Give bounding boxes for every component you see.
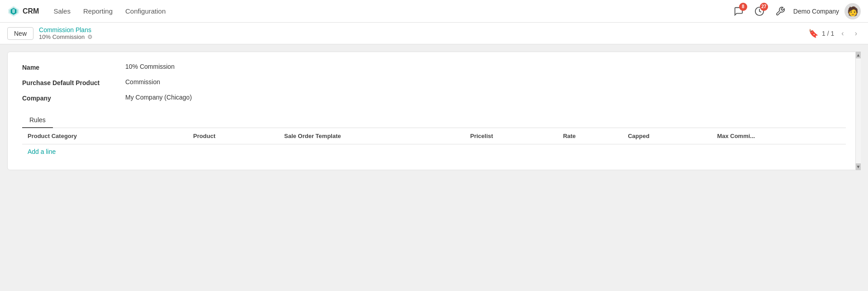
messages-badge: 8 bbox=[739, 3, 747, 11]
activities-badge: 27 bbox=[760, 3, 768, 11]
prev-page-button[interactable]: ‹ bbox=[838, 28, 847, 39]
add-line-link[interactable]: Add a line bbox=[22, 144, 61, 159]
name-label: Name bbox=[22, 63, 122, 71]
main-content: Name 10% Commission Purchase Default Pro… bbox=[0, 44, 868, 177]
breadcrumb: Commission Plans 10% Commission ⚙ bbox=[39, 26, 93, 40]
tab-rules[interactable]: Rules bbox=[22, 113, 53, 128]
company-value[interactable]: My Company (Chicago) bbox=[125, 94, 846, 102]
col-rate: Rate bbox=[558, 128, 623, 144]
nav-menu: Sales Reporting Configuration bbox=[48, 5, 721, 18]
crm-logo-icon bbox=[7, 5, 20, 18]
nav-sales[interactable]: Sales bbox=[48, 5, 76, 18]
name-value[interactable]: 10% Commission bbox=[125, 63, 846, 71]
bookmark-icon[interactable]: 🔖 bbox=[808, 29, 818, 38]
breadcrumb-current: 10% Commission ⚙ bbox=[39, 33, 93, 40]
top-navigation: CRM Sales Reporting Configuration 8 27 D… bbox=[0, 0, 868, 23]
col-pricelist: Pricelist bbox=[465, 128, 557, 144]
new-button[interactable]: New bbox=[7, 27, 33, 40]
scrollbar-track: ▲ ▼ bbox=[855, 52, 861, 170]
scrollbar-down[interactable]: ▼ bbox=[856, 163, 861, 170]
svg-marker-3 bbox=[12, 9, 15, 13]
user-avatar[interactable]: 🧑 bbox=[844, 3, 861, 19]
company-label: Company bbox=[22, 94, 122, 102]
rules-table: Product Category Product Sale Order Temp… bbox=[22, 128, 846, 144]
col-max-commission: Max Commi... bbox=[711, 128, 846, 144]
messages-button[interactable]: 8 bbox=[731, 4, 746, 19]
col-sale-order-template: Sale Order Template bbox=[279, 128, 465, 144]
activities-button[interactable]: 27 bbox=[752, 4, 767, 19]
form-card-wrapper: Name 10% Commission Purchase Default Pro… bbox=[7, 52, 861, 170]
form-fields: Name 10% Commission Purchase Default Pro… bbox=[22, 63, 846, 102]
topnav-right: 8 27 Demo Company 🧑 bbox=[731, 3, 861, 19]
breadcrumb-current-label: 10% Commission bbox=[39, 33, 85, 40]
gear-icon[interactable]: ⚙ bbox=[87, 33, 93, 40]
col-product: Product bbox=[188, 128, 279, 144]
col-capped: Capped bbox=[622, 128, 711, 144]
form-card: Name 10% Commission Purchase Default Pro… bbox=[7, 52, 861, 170]
nav-configuration[interactable]: Configuration bbox=[120, 5, 171, 18]
app-logo[interactable]: CRM bbox=[7, 5, 39, 18]
avatar-emoji: 🧑 bbox=[847, 6, 859, 17]
app-name: CRM bbox=[23, 7, 39, 15]
purchase-label: Purchase Default Product bbox=[22, 78, 122, 86]
wrench-icon bbox=[775, 6, 785, 16]
next-page-button[interactable]: › bbox=[851, 28, 861, 39]
settings-button[interactable] bbox=[773, 4, 788, 19]
actionbar-right: 🔖 1 / 1 ‹ › bbox=[808, 28, 861, 39]
scrollbar-up[interactable]: ▲ bbox=[856, 52, 861, 58]
company-name: Demo Company bbox=[793, 8, 839, 15]
form-tabs: Rules bbox=[22, 113, 846, 128]
nav-reporting[interactable]: Reporting bbox=[78, 5, 118, 18]
page-count: 1 / 1 bbox=[822, 30, 834, 37]
breadcrumb-parent-link[interactable]: Commission Plans bbox=[39, 26, 93, 33]
actionbar: New Commission Plans 10% Commission ⚙ 🔖 … bbox=[0, 23, 868, 44]
purchase-value[interactable]: Commission bbox=[125, 78, 846, 86]
col-product-category: Product Category bbox=[22, 128, 188, 144]
